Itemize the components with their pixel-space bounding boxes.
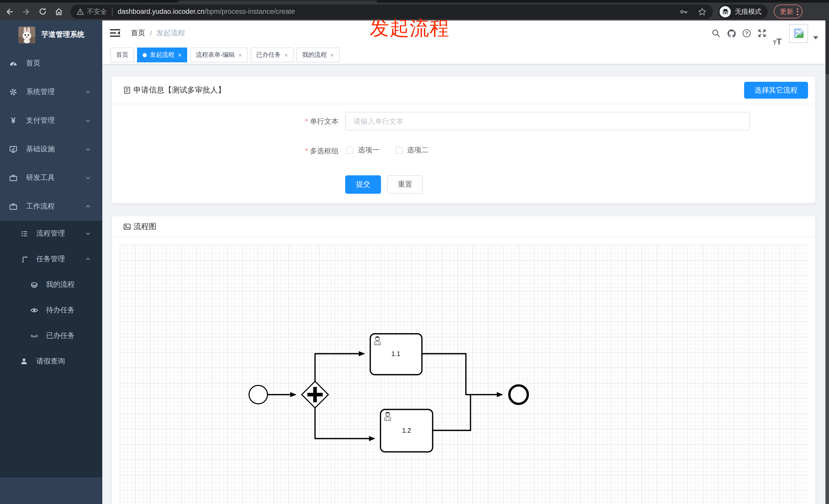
checkbox-group-label: *多选框组: [236, 147, 338, 156]
user-icon: [20, 357, 28, 365]
help-icon[interactable]: ?: [739, 21, 754, 46]
bpmn-canvas[interactable]: 1.1 1.2: [120, 245, 808, 504]
password-key-icon[interactable]: [679, 7, 688, 16]
fullscreen-icon[interactable]: [754, 21, 770, 46]
close-icon[interactable]: ×: [238, 52, 242, 58]
task2-label: 1.2: [402, 427, 411, 434]
branch-icon: [20, 255, 28, 263]
checkbox-option-1[interactable]: [346, 147, 353, 154]
breadcrumb-home[interactable]: 首页: [131, 29, 145, 38]
divider: [112, 104, 815, 104]
security-label[interactable]: 不安全: [87, 7, 107, 16]
submit-button[interactable]: 提交: [345, 175, 381, 194]
sidebar-collapse-icon[interactable]: [110, 29, 120, 37]
forward-icon[interactable]: [20, 5, 33, 18]
chevron-down-icon: [85, 118, 91, 124]
font-size-icon[interactable]: TT: [770, 21, 785, 46]
sidebar-item-label: 工作流程: [26, 202, 55, 211]
sidebar-item-my-process[interactable]: 我的流程: [0, 272, 102, 298]
dashboard-icon: [9, 59, 17, 68]
red-annotation-text: 发起流程: [370, 15, 449, 41]
single-line-text-input[interactable]: [345, 112, 750, 130]
form-buttons: 提交 重置: [345, 175, 423, 194]
browser-tab-sliver: [178, 1, 377, 3]
url-path[interactable]: /bpm/process-instance/create: [204, 8, 295, 15]
close-icon[interactable]: ×: [284, 52, 288, 58]
sidebar-item-label: 任务管理: [36, 255, 65, 264]
chevron-up-icon: [85, 256, 91, 262]
back-icon[interactable]: [3, 5, 16, 18]
home-icon[interactable]: [52, 5, 66, 18]
document-icon: [123, 86, 131, 94]
text-field-label: *单行文本: [236, 117, 338, 126]
bookmark-star-icon[interactable]: [697, 7, 707, 16]
flow-task2-to-end[interactable]: [433, 395, 470, 430]
top-navbar: 首页 / 发起流程 ? TT: [102, 21, 825, 46]
gateway-plus-icon: [313, 387, 317, 402]
sidebar-item-workflow[interactable]: 工作流程: [0, 192, 102, 221]
flow-gateway-to-task1[interactable]: [315, 354, 364, 381]
chevron-down-icon: [85, 146, 91, 152]
sidebar-item-devtools[interactable]: 研发工具: [0, 163, 102, 192]
incognito-badge: 无痕模式: [718, 4, 768, 18]
reset-button[interactable]: 重置: [387, 175, 423, 194]
chevron-down-icon: [85, 231, 91, 237]
app-logo-row[interactable]: 芋道管理系统: [0, 21, 102, 49]
browser-menu-icon[interactable]: [797, 8, 798, 15]
scrollbar-thumb[interactable]: [825, 74, 829, 504]
sidebar-item-label: 我的流程: [46, 280, 75, 289]
update-label[interactable]: 更新: [780, 7, 793, 16]
briefcase-icon: [9, 202, 17, 210]
tag-create-process[interactable]: 发起流程×: [137, 47, 187, 62]
avatar[interactable]: [789, 24, 808, 43]
sidebar-item-task-mgmt[interactable]: 任务管理: [0, 246, 102, 272]
app-title: 芋道管理系统: [41, 30, 84, 39]
svg-text:?: ?: [745, 30, 748, 36]
sidebar-item-todo-tasks[interactable]: 待办任务: [0, 298, 102, 323]
sidebar-item-process-mgmt[interactable]: 流程管理: [0, 221, 102, 246]
sidebar-item-label: 请假查询: [36, 357, 65, 366]
browser-update-button[interactable]: 更新: [774, 5, 802, 18]
incognito-label: 无痕模式: [735, 7, 761, 16]
sidebar-item-leave-query[interactable]: 请假查询: [0, 349, 102, 374]
sidebar-item-done-tasks[interactable]: 已办任务: [0, 323, 102, 349]
url-host[interactable]: dashboard.yudao.iocoder.cn: [118, 8, 204, 15]
reload-icon[interactable]: [36, 5, 49, 18]
sidebar-item-label: 待办任务: [46, 306, 75, 315]
flow-gateway-to-task2[interactable]: [315, 408, 374, 438]
sidebar-item-label: 流程管理: [36, 229, 65, 238]
checkbox-option-1-label[interactable]: 选项一: [358, 146, 380, 155]
bpmn-end-event[interactable]: [509, 385, 528, 404]
github-icon[interactable]: [724, 21, 739, 46]
bpmn-diagram: 1.1 1.2: [120, 245, 808, 504]
tag-my-process[interactable]: 我的流程×: [297, 47, 339, 62]
breadcrumb: 首页 / 发起流程: [131, 21, 185, 46]
flow-diagram-card: 流程图: [111, 216, 816, 504]
search-icon[interactable]: [708, 21, 724, 46]
checkbox-option-2-label[interactable]: 选项二: [407, 146, 429, 155]
sidebar: 芋道管理系统 首页 系统管理 ¥ 支付管理 基础设施: [0, 21, 102, 504]
card-title: 流程图: [123, 222, 156, 232]
sidebar-item-payment[interactable]: ¥ 支付管理: [0, 106, 102, 135]
chevron-down-icon: [85, 89, 91, 95]
choose-other-process-button[interactable]: 选择其它流程: [744, 82, 808, 99]
briefcase-icon: [9, 174, 17, 182]
sidebar-item-system[interactable]: 系统管理: [0, 78, 102, 106]
close-icon[interactable]: ×: [330, 52, 334, 58]
sidebar-item-infra[interactable]: 基础设施: [0, 135, 102, 163]
close-icon[interactable]: ×: [178, 52, 182, 58]
tag-home[interactable]: 首页: [110, 47, 134, 62]
tag-form-edit[interactable]: 流程表单-编辑×: [190, 47, 248, 62]
flow-task1-to-end[interactable]: [422, 354, 502, 395]
sidebar-item-home[interactable]: 首页: [0, 49, 102, 78]
bpmn-start-event[interactable]: [249, 385, 267, 404]
page-scrollbar[interactable]: [825, 21, 829, 504]
tag-done-tasks[interactable]: 已办任务×: [251, 47, 294, 62]
checkbox-option-2[interactable]: [395, 147, 402, 154]
card-header: 申请信息【测试多审批人】 选择其它流程: [112, 77, 815, 104]
navbar-actions: ? TT: [708, 21, 818, 46]
checkbox-group: 选项一 选项二: [346, 143, 429, 158]
caret-down-icon[interactable]: [813, 36, 818, 39]
sidebar-item-label: 已办任务: [46, 331, 75, 341]
monitor-icon: [9, 145, 17, 153]
